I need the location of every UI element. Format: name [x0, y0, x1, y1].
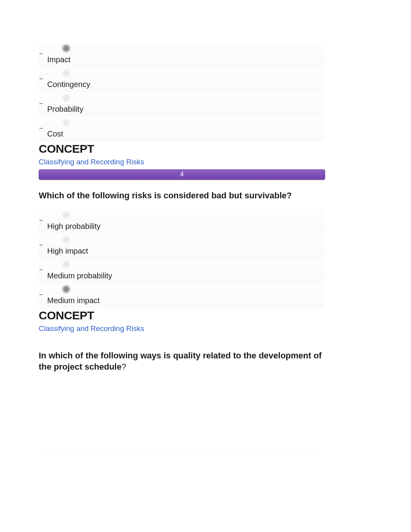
option-label: Contingency [47, 79, 324, 90]
question-prompt-bold: In which of the following ways is qualit… [39, 351, 322, 372]
concept-heading: CONCEPT [39, 142, 325, 155]
option-row[interactable]: ⎯ Medium probability [39, 259, 325, 283]
radio-indicator [63, 261, 70, 268]
question1-options: ⎯ Impact ⎯ Contingency ⎯ Probability ⎯ [39, 43, 325, 142]
option-label: High impact [47, 246, 324, 256]
list-marker: ⎯ [39, 262, 47, 270]
spacer [39, 336, 325, 350]
list-marker: ⎯ [39, 121, 47, 129]
option-label: Probability [47, 104, 324, 114]
radio-indicator [63, 119, 70, 126]
option-row[interactable]: ⎯ High probability [39, 209, 325, 234]
concept-heading: CONCEPT [39, 309, 325, 322]
list-marker: ⎯ [39, 96, 47, 104]
list-marker: ⎯ [39, 71, 47, 79]
option-row[interactable]: ⎯ Contingency [39, 67, 325, 92]
concept-link[interactable]: Classifying and Recording Risks [39, 324, 144, 333]
option-label: High probability [47, 221, 324, 232]
list-marker: ⎯ [39, 237, 47, 246]
option-row[interactable]: ⎯ Impact [39, 43, 325, 67]
radio-indicator-selected [63, 45, 70, 52]
option-row[interactable]: ⎯ High impact [39, 234, 325, 259]
radio-indicator [63, 70, 70, 77]
option-label: Impact [47, 54, 324, 65]
list-marker: ⎯ [39, 46, 47, 55]
option-label: Medium impact [47, 295, 324, 306]
option-label: Cost [47, 128, 324, 139]
radio-indicator [63, 236, 70, 243]
question-prompt: Which of the following risks is consider… [39, 190, 325, 201]
option-row[interactable]: ⎯ Cost [39, 117, 325, 142]
list-marker: ⎯ [39, 213, 47, 221]
question2-options: ⎯ High probability ⎯ High impact ⎯ Mediu… [39, 209, 325, 308]
concept-link[interactable]: Classifying and Recording Risks [39, 158, 144, 166]
list-marker: ⎯ [39, 287, 47, 295]
question-number-bar: 4 [39, 169, 325, 180]
option-label: Medium probability [47, 270, 324, 281]
question-prompt: In which of the following ways is qualit… [39, 350, 325, 373]
page-content: ⎯ Impact ⎯ Contingency ⎯ Probability ⎯ [39, 43, 325, 450]
radio-indicator [63, 94, 70, 101]
question-prompt-tail: ? [122, 362, 126, 372]
radio-indicator-selected [63, 286, 70, 293]
option-row[interactable]: ⎯ Medium impact [39, 283, 325, 308]
option-row[interactable]: ⎯ Probability [39, 92, 325, 117]
radio-indicator [63, 211, 70, 218]
divider-line [39, 450, 325, 450]
